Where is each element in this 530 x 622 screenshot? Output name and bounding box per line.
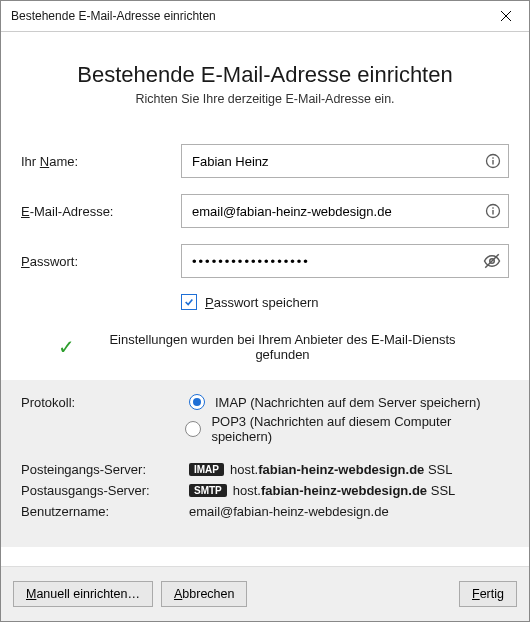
protocol-label: Protokoll:	[21, 395, 189, 410]
info-icon[interactable]	[485, 153, 501, 169]
remember-label: Passwort speichern	[205, 295, 318, 310]
password-label: Passwort:	[21, 254, 181, 269]
username-row: Benutzername: email@fabian-heinz-webdesi…	[21, 504, 509, 519]
name-row: Ihr Name:	[21, 144, 509, 178]
password-input[interactable]	[181, 244, 509, 278]
name-label: Ihr Name:	[21, 154, 181, 169]
incoming-row: Posteingangs-Server: IMAP host.fabian-he…	[21, 462, 509, 477]
done-button[interactable]: Fertig	[459, 581, 517, 607]
remember-checkbox[interactable]	[181, 294, 197, 310]
username-value: email@fabian-heinz-webdesign.de	[189, 504, 389, 519]
manual-config-button[interactable]: Manuell einrichten…	[13, 581, 153, 607]
protocol-row-imap: Protokoll: IMAP (Nachrichten auf dem Ser…	[21, 394, 509, 410]
svg-rect-7	[492, 207, 493, 208]
success-icon: ✓	[58, 337, 75, 357]
page-title: Bestehende E-Mail-Adresse einrichten	[21, 62, 509, 88]
cancel-button[interactable]: Abbrechen	[161, 581, 247, 607]
close-button[interactable]	[483, 1, 529, 31]
form: Ihr Name: E-Mail-Adresse:	[21, 144, 509, 380]
content-area: Bestehende E-Mail-Adresse einrichten Ric…	[1, 32, 529, 566]
password-row: Passwort:	[21, 244, 509, 278]
svg-rect-4	[492, 157, 493, 158]
incoming-label: Posteingangs-Server:	[21, 462, 189, 477]
email-row: E-Mail-Adresse:	[21, 194, 509, 228]
svg-rect-6	[492, 210, 493, 215]
radio-pop3-label: POP3 (Nachrichten auf diesem Computer sp…	[211, 414, 509, 444]
outgoing-row: Postausgangs-Server: SMTP host.fabian-he…	[21, 483, 509, 498]
email-input[interactable]	[181, 194, 509, 228]
eye-off-icon[interactable]	[483, 252, 501, 270]
titlebar: Bestehende E-Mail-Adresse einrichten	[1, 1, 529, 32]
outgoing-host: host.fabian-heinz-webdesign.de SSL	[233, 483, 456, 498]
smtp-badge: SMTP	[189, 484, 227, 497]
remember-row: Passwort speichern	[181, 294, 509, 310]
radio-pop3[interactable]	[185, 421, 201, 437]
incoming-host: host.fabian-heinz-webdesign.de SSL	[230, 462, 453, 477]
username-label: Benutzername:	[21, 504, 189, 519]
dialog-window: Bestehende E-Mail-Adresse einrichten Bes…	[0, 0, 530, 622]
svg-rect-3	[492, 160, 493, 165]
window-title: Bestehende E-Mail-Adresse einrichten	[1, 9, 483, 23]
footer: Manuell einrichten… Abbrechen Fertig	[1, 566, 529, 621]
server-info: Posteingangs-Server: IMAP host.fabian-he…	[21, 462, 509, 519]
status-row: ✓ Einstellungen wurden bei Ihrem Anbiete…	[21, 332, 509, 362]
close-icon	[501, 11, 511, 21]
header: Bestehende E-Mail-Adresse einrichten Ric…	[21, 62, 509, 106]
name-input[interactable]	[181, 144, 509, 178]
page-subtitle: Richten Sie Ihre derzeitige E-Mail-Adres…	[21, 92, 509, 106]
email-label: E-Mail-Adresse:	[21, 204, 181, 219]
status-message: Einstellungen wurden bei Ihrem Anbieter …	[93, 332, 473, 362]
protocol-row-pop3: POP3 (Nachrichten auf diesem Computer sp…	[21, 414, 509, 444]
settings-panel: Protokoll: IMAP (Nachrichten auf dem Ser…	[1, 380, 529, 547]
check-icon	[184, 297, 194, 307]
radio-imap-label: IMAP (Nachrichten auf dem Server speiche…	[215, 395, 481, 410]
outgoing-label: Postausgangs-Server:	[21, 483, 189, 498]
radio-imap[interactable]	[189, 394, 205, 410]
info-icon[interactable]	[485, 203, 501, 219]
imap-badge: IMAP	[189, 463, 224, 476]
